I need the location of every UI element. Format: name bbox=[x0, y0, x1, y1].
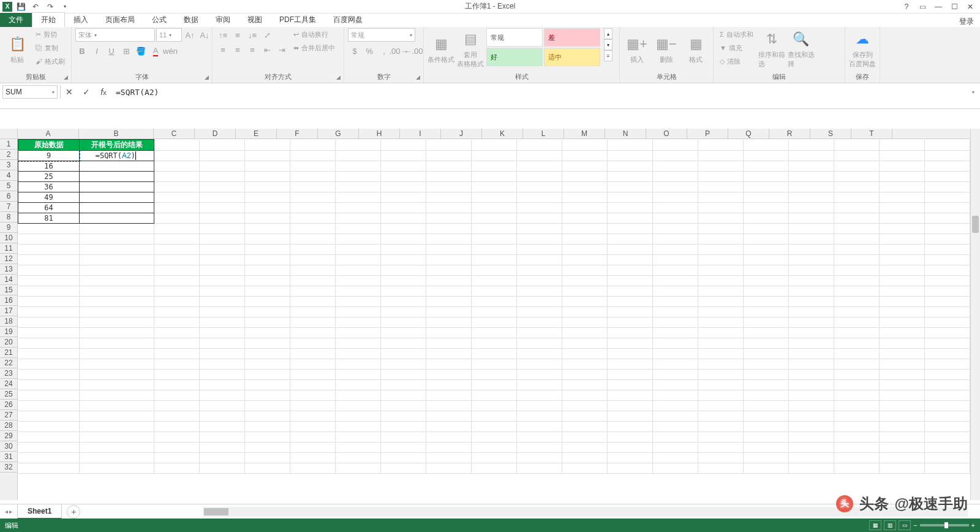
cell-N5[interactable] bbox=[653, 182, 698, 192]
cell-I11[interactable] bbox=[426, 245, 472, 255]
cell-K27[interactable] bbox=[517, 411, 562, 422]
cell-S31[interactable] bbox=[880, 453, 925, 463]
cell-I1[interactable] bbox=[426, 140, 472, 151]
cell-Q11[interactable] bbox=[789, 245, 834, 255]
cell-D25[interactable] bbox=[200, 390, 245, 401]
cell-I15[interactable] bbox=[426, 286, 472, 297]
cell-Q5[interactable] bbox=[789, 182, 834, 192]
cell-F12[interactable] bbox=[290, 255, 336, 265]
alignment-launcher-icon[interactable]: ◢ bbox=[334, 73, 342, 82]
cell-A5[interactable]: 36 bbox=[18, 182, 80, 192]
cell-K3[interactable] bbox=[517, 161, 562, 172]
cell-L31[interactable] bbox=[562, 453, 608, 463]
cell-E17[interactable] bbox=[245, 307, 290, 317]
cell-P13[interactable] bbox=[744, 265, 789, 276]
cell-S20[interactable] bbox=[880, 338, 925, 349]
cell-H8[interactable] bbox=[381, 213, 426, 224]
cell-I16[interactable] bbox=[426, 297, 472, 307]
cell-D27[interactable] bbox=[200, 411, 245, 422]
row-header-6[interactable]: 6 bbox=[0, 191, 17, 202]
cell-R3[interactable] bbox=[834, 161, 880, 172]
dec-decimal-icon[interactable]: ←.00 bbox=[407, 44, 420, 58]
cell-E29[interactable] bbox=[245, 432, 290, 443]
cell-T14[interactable] bbox=[925, 276, 970, 286]
cell-N23[interactable] bbox=[653, 370, 698, 380]
cell-D10[interactable] bbox=[200, 234, 245, 245]
tab-baidu[interactable]: 百度网盘 bbox=[325, 13, 371, 27]
cell-T3[interactable] bbox=[925, 161, 970, 172]
cell-E6[interactable] bbox=[245, 192, 290, 203]
cell-S13[interactable] bbox=[880, 265, 925, 276]
cell-H24[interactable] bbox=[381, 380, 426, 390]
cell-O11[interactable] bbox=[698, 245, 744, 255]
cell-R24[interactable] bbox=[834, 380, 880, 390]
cell-K8[interactable] bbox=[517, 213, 562, 224]
cell-A11[interactable] bbox=[18, 245, 80, 255]
cell-B2[interactable]: =SQRT(A2) bbox=[80, 151, 154, 161]
cell-R8[interactable] bbox=[834, 213, 880, 224]
vscroll-thumb[interactable] bbox=[972, 216, 979, 233]
cell-R19[interactable] bbox=[834, 328, 880, 338]
cell-G20[interactable] bbox=[336, 338, 381, 349]
cell-E15[interactable] bbox=[245, 286, 290, 297]
cells-area[interactable]: 原始数据开根号后的结果9=SQRT(A2) 162536496481 bbox=[18, 139, 970, 500]
cell-A18[interactable] bbox=[18, 317, 80, 328]
cell-C29[interactable] bbox=[154, 432, 200, 443]
cell-K12[interactable] bbox=[517, 255, 562, 265]
cell-S22[interactable] bbox=[880, 359, 925, 370]
cell-I28[interactable] bbox=[426, 422, 472, 432]
cell-E18[interactable] bbox=[245, 317, 290, 328]
cell-H17[interactable] bbox=[381, 307, 426, 317]
cell-J20[interactable] bbox=[472, 338, 517, 349]
cell-J17[interactable] bbox=[472, 307, 517, 317]
cell-B31[interactable] bbox=[80, 453, 154, 463]
cell-I24[interactable] bbox=[426, 380, 472, 390]
cell-S4[interactable] bbox=[880, 172, 925, 182]
row-header-20[interactable]: 20 bbox=[0, 337, 17, 348]
cell-S29[interactable] bbox=[880, 432, 925, 443]
cell-D30[interactable] bbox=[200, 443, 245, 453]
currency-icon[interactable]: $ bbox=[348, 44, 361, 58]
cell-G31[interactable] bbox=[336, 453, 381, 463]
cell-C24[interactable] bbox=[154, 380, 200, 390]
cell-I17[interactable] bbox=[426, 307, 472, 317]
cell-I30[interactable] bbox=[426, 443, 472, 453]
cell-C6[interactable] bbox=[154, 192, 200, 203]
cell-M17[interactable] bbox=[608, 307, 653, 317]
cell-I26[interactable] bbox=[426, 401, 472, 411]
cell-Q12[interactable] bbox=[789, 255, 834, 265]
conditional-format-button[interactable]: ▦条件格式 bbox=[428, 28, 454, 70]
cell-G5[interactable] bbox=[336, 182, 381, 192]
font-name-combo[interactable]: 宋体▾ bbox=[75, 28, 155, 42]
cell-P1[interactable] bbox=[744, 140, 789, 151]
cell-S12[interactable] bbox=[880, 255, 925, 265]
row-header-5[interactable]: 5 bbox=[0, 181, 17, 191]
cell-J30[interactable] bbox=[472, 443, 517, 453]
cell-E14[interactable] bbox=[245, 276, 290, 286]
cell-O19[interactable] bbox=[698, 328, 744, 338]
cell-T31[interactable] bbox=[925, 453, 970, 463]
cell-M9[interactable] bbox=[608, 224, 653, 234]
cell-Q26[interactable] bbox=[789, 401, 834, 411]
cell-G32[interactable] bbox=[336, 463, 381, 474]
cell-J21[interactable] bbox=[472, 349, 517, 359]
cell-B18[interactable] bbox=[80, 317, 154, 328]
row-header-17[interactable]: 17 bbox=[0, 306, 17, 316]
cell-L19[interactable] bbox=[562, 328, 608, 338]
cell-G6[interactable] bbox=[336, 192, 381, 203]
cell-I12[interactable] bbox=[426, 255, 472, 265]
cell-H12[interactable] bbox=[381, 255, 426, 265]
align-left-icon[interactable]: ≡ bbox=[216, 43, 230, 56]
cell-styles-gallery[interactable]: 常规 差 好 适中 bbox=[486, 28, 600, 66]
cell-B27[interactable] bbox=[80, 411, 154, 422]
cell-K31[interactable] bbox=[517, 453, 562, 463]
cell-H28[interactable] bbox=[381, 422, 426, 432]
cell-A25[interactable] bbox=[18, 390, 80, 401]
cell-T15[interactable] bbox=[925, 286, 970, 297]
cell-M26[interactable] bbox=[608, 401, 653, 411]
cell-A7[interactable]: 64 bbox=[18, 203, 80, 213]
col-header-O[interactable]: O bbox=[646, 129, 687, 139]
tab-layout[interactable]: 页面布局 bbox=[97, 13, 143, 27]
decrease-font-icon[interactable]: A↓ bbox=[198, 28, 211, 42]
cell-Q1[interactable] bbox=[789, 140, 834, 151]
